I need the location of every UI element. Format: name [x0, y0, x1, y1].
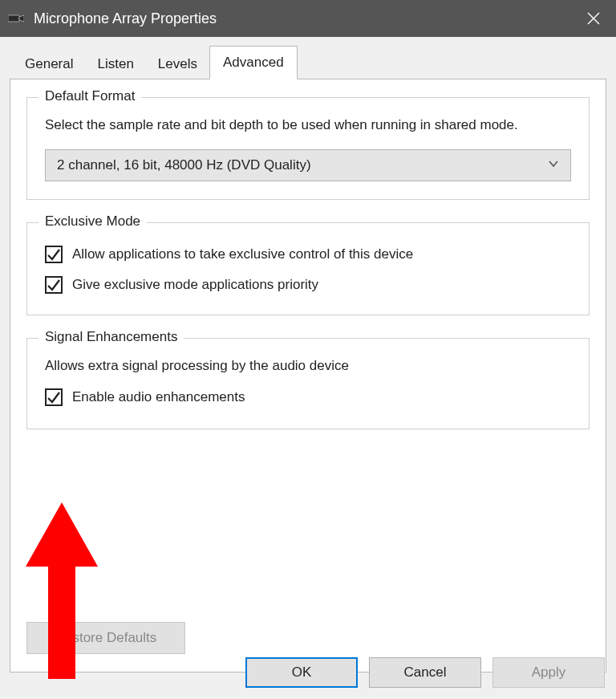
dialog-button-bar: OK Cancel Apply — [245, 657, 605, 688]
tab-listen[interactable]: Listen — [85, 49, 145, 79]
ok-button[interactable]: OK — [245, 657, 358, 688]
title-bar: Microphone Array Properties — [0, 0, 616, 37]
sample-rate-dropdown[interactable]: 2 channel, 16 bit, 48000 Hz (DVD Quality… — [45, 149, 571, 181]
group-legend: Signal Enhancements — [38, 329, 184, 345]
tab-label: General — [25, 56, 73, 71]
microphone-device-icon — [8, 12, 24, 25]
restore-defaults-button[interactable]: Restore Defaults — [26, 622, 185, 654]
checkbox-give-priority[interactable]: Give exclusive mode applications priorit… — [45, 276, 571, 294]
group-legend: Exclusive Mode — [38, 213, 147, 230]
tab-label: Listen — [97, 56, 133, 71]
tab-strip: General Listen Levels Advanced — [13, 48, 606, 79]
group-legend: Default Format — [38, 88, 141, 104]
chevron-down-icon — [548, 157, 559, 173]
advanced-tab-page: Default Format Select the sample rate an… — [10, 79, 606, 673]
checkbox-label: Give exclusive mode applications priorit… — [72, 277, 318, 293]
tab-label: Levels — [158, 56, 197, 71]
group-default-format: Default Format Select the sample rate an… — [26, 97, 590, 200]
button-label: Cancel — [404, 664, 447, 680]
close-button[interactable] — [571, 0, 616, 37]
tab-label: Advanced — [223, 55, 284, 70]
tab-general[interactable]: General — [13, 49, 85, 79]
checkbox-allow-exclusive-control[interactable]: Allow applications to take exclusive con… — [45, 246, 571, 263]
window-title: Microphone Array Properties — [34, 10, 217, 27]
button-label: Restore Defaults — [55, 630, 157, 645]
client-area: General Listen Levels Advanced Default F… — [0, 37, 616, 699]
group-exclusive-mode: Exclusive Mode Allow applications to tak… — [26, 222, 590, 315]
button-label: Apply — [532, 664, 566, 680]
dropdown-selected-value: 2 channel, 16 bit, 48000 Hz (DVD Quality… — [57, 157, 311, 173]
checkbox-icon — [45, 246, 63, 263]
tab-levels[interactable]: Levels — [146, 49, 209, 79]
apply-button[interactable]: Apply — [492, 657, 605, 688]
signal-enhancements-description: Allows extra signal processing by the au… — [45, 356, 571, 376]
button-label: OK — [292, 664, 312, 680]
svg-rect-0 — [8, 15, 19, 22]
checkbox-icon — [45, 276, 63, 294]
group-signal-enhancements: Signal Enhancements Allows extra signal … — [26, 338, 590, 429]
cancel-button[interactable]: Cancel — [369, 657, 481, 688]
properties-window: Microphone Array Properties General List… — [0, 0, 616, 699]
default-format-description: Select the sample rate and bit depth to … — [45, 116, 571, 135]
checkbox-label: Enable audio enhancements — [72, 389, 245, 405]
tab-advanced[interactable]: Advanced — [209, 46, 298, 79]
checkbox-icon — [45, 388, 63, 406]
checkbox-enable-audio-enhancements[interactable]: Enable audio enhancements — [45, 388, 571, 406]
checkbox-label: Allow applications to take exclusive con… — [72, 246, 413, 262]
